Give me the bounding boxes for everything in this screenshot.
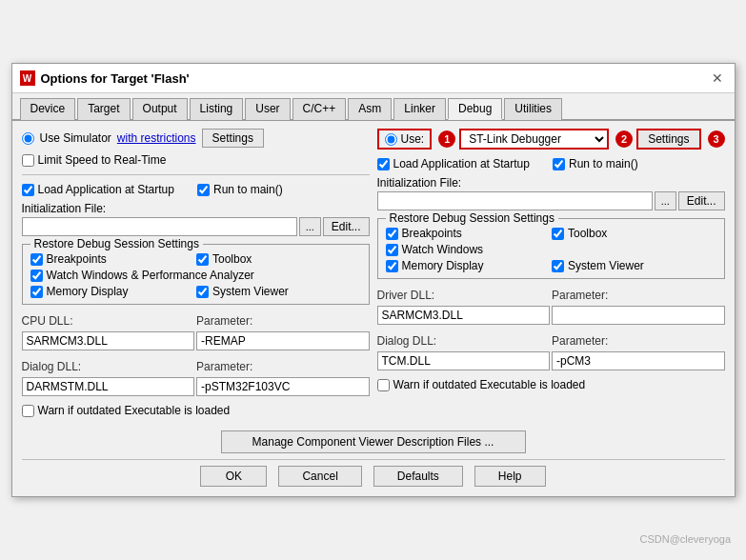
restore-group-left: Restore Debug Session Settings Breakpoin…	[22, 244, 370, 305]
dialog-dll-input-left[interactable]	[22, 377, 195, 396]
restore-group-right: Restore Debug Session Settings Breakpoin…	[377, 218, 725, 279]
run-to-main-checkbox-right[interactable]	[553, 158, 565, 170]
title-bar-left: W Options for Target 'Flash'	[20, 70, 190, 86]
run-to-main-row-left: Run to main()	[197, 183, 370, 196]
init-browse-btn-left[interactable]: ...	[299, 217, 321, 236]
watch-windows-checkbox-left[interactable]	[30, 270, 43, 282]
warn-label-left: Warn if outdated Executable is loaded	[38, 404, 231, 417]
warn-row-left: Warn if outdated Executable is loaded	[22, 404, 370, 417]
toolbox-label-left: Toolbox	[212, 252, 252, 266]
breakpoints-checkbox-left[interactable]	[30, 253, 43, 266]
right-panel: Use: 1 ST-Link Debugger 2 Settings 3 Loa…	[377, 129, 725, 417]
warn-checkbox-right[interactable]	[377, 379, 390, 391]
watch-windows-row-right: Watch Windows	[386, 243, 716, 256]
breakpoints-row-left: Breakpoints	[30, 252, 195, 266]
memory-display-checkbox-right[interactable]	[386, 260, 398, 272]
tab-linker[interactable]: Linker	[393, 98, 446, 120]
watch-windows-row-left: Watch Windows & Performance Analyzer	[30, 269, 361, 282]
cpu-dll-param-row	[196, 331, 370, 350]
load-app-checkbox-left[interactable]	[22, 184, 34, 196]
warn-checkbox-left[interactable]	[22, 405, 34, 417]
toolbox-checkbox-right[interactable]	[552, 228, 564, 240]
dialog-dll-param-input-left[interactable]	[196, 377, 370, 396]
tab-user[interactable]: User	[245, 98, 290, 120]
driver-dll-param-label: Parameter:	[552, 289, 725, 302]
tab-cpp[interactable]: C/C++	[292, 98, 347, 120]
simulator-row: Use Simulator with restrictions Settings	[22, 129, 370, 148]
tab-listing[interactable]: Listing	[190, 98, 244, 120]
main-window: W Options for Target 'Flash' ✕ Device Ta…	[11, 63, 736, 497]
run-to-main-label-left: Run to main()	[213, 183, 283, 196]
manage-btn-row: Manage Component Viewer Description File…	[22, 430, 725, 453]
load-app-label-right: Load Application at Startup	[393, 157, 530, 170]
debugger-select[interactable]: ST-Link Debugger	[459, 129, 609, 150]
tab-output[interactable]: Output	[132, 98, 188, 120]
ok-button[interactable]: OK	[200, 466, 267, 487]
memory-display-checkbox-left[interactable]	[30, 286, 43, 298]
simulator-settings-button[interactable]: Settings	[202, 129, 264, 148]
footer-buttons: OK Cancel Defaults Help	[12, 460, 735, 496]
watch-windows-label-right: Watch Windows	[402, 243, 484, 256]
cpu-dll-label: CPU DLL:	[22, 314, 195, 328]
simulator-radio[interactable]	[22, 132, 34, 145]
watermark: CSDN@cleveryoga	[639, 533, 731, 545]
tab-asm[interactable]: Asm	[348, 98, 392, 120]
tab-utilities[interactable]: Utilities	[504, 98, 562, 120]
left-panel: Use Simulator with restrictions Settings…	[22, 129, 370, 417]
use-radio[interactable]	[385, 133, 397, 146]
breakpoints-label-left: Breakpoints	[47, 252, 107, 266]
init-file-input-left[interactable]	[22, 217, 297, 236]
dialog-dll-input-right[interactable]	[377, 351, 551, 370]
cpu-dll-input[interactable]	[22, 331, 195, 350]
right-settings-button[interactable]: Settings	[636, 129, 700, 150]
breakpoints-label-right: Breakpoints	[402, 227, 462, 240]
use-radio-highlight: Use:	[377, 129, 433, 150]
driver-dll-input[interactable]	[377, 306, 551, 325]
watch-windows-checkbox-right[interactable]	[386, 244, 398, 256]
system-viewer-checkbox-left[interactable]	[196, 286, 209, 298]
badge-3: 3	[708, 130, 725, 148]
breakpoints-toolbox-row-right: Breakpoints Toolbox	[386, 227, 716, 240]
run-to-main-checkbox-left[interactable]	[197, 184, 210, 196]
close-button[interactable]: ✕	[708, 69, 727, 88]
system-viewer-label-right: System Viewer	[568, 259, 644, 272]
app-icon: W	[20, 70, 35, 86]
toolbox-checkbox-left[interactable]	[196, 253, 209, 266]
system-viewer-row-left: System Viewer	[196, 285, 361, 298]
defaults-button[interactable]: Defaults	[373, 466, 463, 487]
load-app-checkbox-right[interactable]	[377, 158, 390, 170]
cpu-dll-param-input[interactable]	[196, 331, 370, 350]
limit-speed-label: Limit Speed to Real-Time	[38, 153, 167, 167]
help-button[interactable]: Help	[474, 466, 546, 487]
init-file-input-right[interactable]	[377, 191, 653, 210]
limit-speed-checkbox[interactable]	[22, 154, 34, 167]
cpu-dll-param-label: Parameter:	[196, 314, 370, 328]
simulator-label: Use Simulator	[40, 131, 111, 145]
dialog-dll-value-row-right	[377, 351, 551, 370]
breakpoints-checkbox-right[interactable]	[386, 228, 398, 240]
dialog-dll-param-input-right[interactable]	[552, 351, 725, 370]
init-edit-btn-left[interactable]: Edit...	[323, 217, 370, 236]
memory-display-label-left: Memory Display	[47, 285, 129, 298]
cancel-button[interactable]: Cancel	[278, 466, 361, 487]
tab-target[interactable]: Target	[77, 98, 130, 120]
bottom-section: Manage Component Viewer Description File…	[12, 425, 735, 459]
manage-cvd-button[interactable]: Manage Component Viewer Description File…	[221, 430, 526, 453]
dialog-dll-label-right: Dialog DLL:	[377, 334, 551, 348]
init-edit-btn-right[interactable]: Edit...	[678, 191, 725, 210]
run-to-main-row-right: Run to main()	[553, 157, 725, 170]
system-viewer-row-right: System Viewer	[552, 259, 716, 272]
memory-system-row-right: Memory Display System Viewer	[386, 259, 716, 272]
init-file-input-row-right: ... Edit...	[377, 191, 725, 210]
use-label: Use:	[401, 132, 425, 146]
system-viewer-checkbox-right[interactable]	[552, 260, 564, 272]
init-browse-btn-right[interactable]: ...	[655, 191, 676, 210]
tab-debug[interactable]: Debug	[448, 98, 502, 120]
init-file-label-left: Initialization File:	[22, 202, 370, 215]
driver-dll-param-input[interactable]	[552, 306, 725, 325]
run-to-main-label-right: Run to main()	[569, 157, 638, 170]
dialog-dll-param-row-left	[196, 377, 370, 396]
tab-device[interactable]: Device	[20, 98, 76, 120]
dialog-dll-param-row-right	[552, 351, 725, 370]
with-restrictions-link[interactable]: with restrictions	[117, 131, 196, 145]
